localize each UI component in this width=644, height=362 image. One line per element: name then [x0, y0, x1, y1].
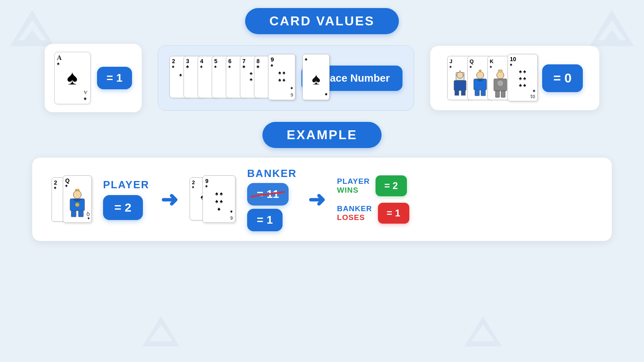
main-container: CARD VALUES A ♠ ♠ ♠ A = 1: [0, 0, 644, 362]
svg-rect-13: [455, 90, 459, 95]
watermark-top-right: [588, 8, 636, 50]
player-cards: 2 ♠ ♠ ♠2 Q ♠: [52, 175, 92, 224]
svg-rect-24: [501, 91, 505, 97]
results-group: PLAYER WINS = 2 BANKER LOSES = 1: [337, 175, 409, 224]
ace-spade-center: ♠: [57, 66, 88, 89]
ten-card: 10 ♠ ♠ ♠ ♠ ♠ ♠ ♠ ♠ 01: [508, 54, 538, 101]
banker-loses-label: BANKER LOSES: [337, 204, 372, 222]
face-cards-panel: J ♠: [430, 46, 599, 110]
number-cards-panel: 2 ♠ ♠ 3 ♣ 4 ♠ 5 ♠ 6 ♠: [158, 45, 414, 111]
player-wins-label: PLAYER WINS: [337, 177, 369, 195]
svg-point-15: [457, 72, 463, 78]
ace-panel: A ♠ ♠ ♠ A = 1: [45, 44, 142, 112]
banker-loses-badge: = 1: [378, 203, 409, 224]
svg-rect-14: [461, 90, 465, 95]
banker-raw-score-container: = 11: [247, 183, 289, 206]
svg-point-25: [73, 191, 81, 199]
svg-rect-11: [454, 80, 466, 90]
example-section: 2 ♠ ♠ ♠2 Q ♠: [32, 158, 612, 241]
player-wins-badge: = 2: [376, 175, 407, 196]
banker-info: BANKER = 11 = 1: [247, 167, 297, 231]
face-cards-stack: J ♠: [447, 54, 536, 102]
ace-suit: ♠: [57, 61, 60, 66]
arrow-1: ➜: [161, 187, 178, 212]
svg-rect-18: [475, 90, 479, 96]
ace-value-badge: = 1: [97, 67, 132, 89]
banker-cards: 2 ♠ ♠ ♠2 9 ♠ ♠ ♠ ♠ ♠ ♠ ♠ 6: [190, 175, 236, 224]
player-wins-row: PLAYER WINS = 2: [337, 175, 409, 196]
player-label: PLAYER: [103, 179, 149, 191]
banker-final-score: = 1: [247, 209, 283, 231]
svg-point-20: [497, 72, 504, 79]
ace-rank: A: [57, 55, 62, 61]
banker-card-9: 9 ♠ ♠ ♠ ♠ ♠ ♠ ♠ 6: [202, 175, 235, 223]
card-values-title: CARD VALUES: [245, 8, 399, 34]
card-values-section: A ♠ ♠ ♠ A = 1 2 ♠ ♠: [16, 44, 628, 112]
banker-label: BANKER: [247, 167, 297, 180]
svg-rect-28: [78, 211, 83, 217]
stacked-number-cards: 2 ♠ ♠ 3 ♣ 4 ♠ 5 ♠ 6 ♠: [169, 54, 294, 102]
svg-point-16: [477, 72, 484, 79]
player-info: PLAYER = 2: [103, 179, 149, 220]
svg-rect-19: [481, 90, 485, 96]
watermark-bottom-left: [141, 314, 181, 350]
card-9: 9 ♠ ♠ ♠ ♠ ♠ ♠ 6: [268, 54, 295, 100]
svg-point-22: [497, 80, 504, 86]
arrow-2: ➜: [308, 187, 326, 212]
player-score-badge: = 2: [103, 195, 143, 220]
ace-card: A ♠ ♠ ♠ A: [54, 52, 91, 104]
svg-rect-27: [71, 211, 76, 217]
ace-bottom: ♠ A: [84, 89, 87, 102]
example-title: EXAMPLE: [262, 122, 382, 148]
banker-loses-row: BANKER LOSES = 1: [337, 203, 409, 224]
watermark-bottom-right: [463, 314, 503, 350]
zero-badge: = 0: [542, 64, 583, 92]
watermark-top-left: [8, 8, 56, 50]
svg-point-29: [75, 203, 79, 207]
svg-rect-23: [495, 91, 500, 97]
player-card-queen: Q ♠ ♠Q: [63, 175, 92, 223]
card-spade-big: ♠ ♠ ♠: [302, 54, 330, 100]
